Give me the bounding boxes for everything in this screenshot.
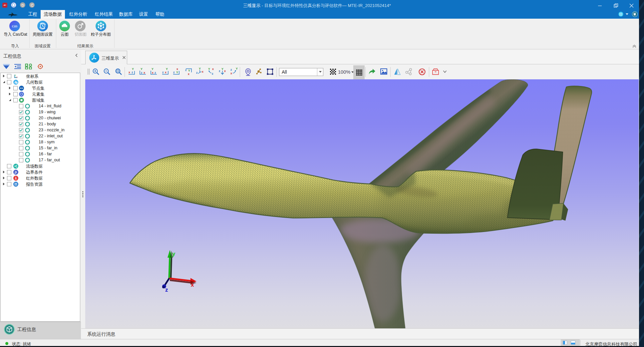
svg-text:x: x xyxy=(188,72,189,76)
svg-text:x: x xyxy=(144,71,145,74)
svg-text:x: x xyxy=(212,67,214,71)
svg-text:x: x xyxy=(230,72,232,75)
svg-text:Y: Y xyxy=(152,67,154,71)
svg-text:z: z xyxy=(196,71,198,74)
svg-text:Y: Y xyxy=(208,67,210,71)
svg-text:z: z xyxy=(230,68,232,71)
svg-text:z: z xyxy=(162,71,164,74)
svg-text:z: z xyxy=(141,71,143,74)
svg-text:Y: Y xyxy=(176,71,178,74)
svg-text:x: x xyxy=(129,71,130,74)
svg-text:Y: Y xyxy=(199,67,201,70)
svg-text:z: z xyxy=(155,71,156,74)
svg-text:Y: Y xyxy=(236,67,238,70)
svg-text:Y: Y xyxy=(132,67,134,71)
svg-text:x: x xyxy=(152,71,154,74)
svg-text:z: z xyxy=(165,287,168,293)
svg-text:z: z xyxy=(219,69,220,73)
svg-text:x: x xyxy=(165,71,166,74)
svg-text:x: x xyxy=(202,70,203,73)
svg-text:z: z xyxy=(15,76,16,78)
svg-text:z: z xyxy=(173,71,175,74)
svg-text:x: x xyxy=(224,69,226,73)
svg-text:Y: Y xyxy=(221,67,223,71)
svg-text:x: x xyxy=(176,67,178,71)
svg-text:z: z xyxy=(212,72,213,75)
svg-text:y: y xyxy=(172,251,175,257)
svg-text:Y: Y xyxy=(188,69,190,72)
svg-text:x: x xyxy=(191,282,194,288)
svg-text:x: x xyxy=(17,76,18,78)
svg-text:Y: Y xyxy=(141,67,143,71)
svg-text:z: z xyxy=(132,71,133,74)
svg-text:Y: Y xyxy=(166,67,168,71)
